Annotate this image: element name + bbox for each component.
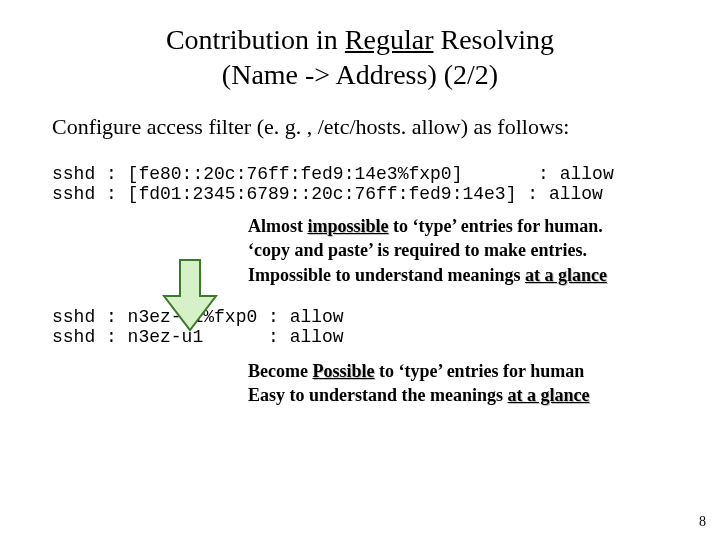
code-block-ipv6: sshd : [fe80::20c:76ff:fed9:14e3%fxp0] :… <box>52 164 720 204</box>
page-number: 8 <box>699 514 706 530</box>
title-line1-post: Resolving <box>433 24 554 55</box>
note2-l2a: Easy to understand the meanings <box>248 385 508 405</box>
note1-l3b: at a glance <box>525 265 607 285</box>
note1-l2: ‘copy and paste’ is required to make ent… <box>248 240 587 260</box>
code1-line2: sshd : [fd01:2345:6789::20c:76ff:fed9:14… <box>52 184 603 204</box>
note2-l1a: Become <box>248 361 312 381</box>
down-arrow-icon <box>160 256 220 334</box>
title-line1-underlined: Regular <box>345 24 434 55</box>
title-line2: (Name -> Address) (2/2) <box>222 59 498 90</box>
note1-l1c: to ‘type’ entries for human. <box>389 216 603 236</box>
note2-l1b: Possible <box>312 361 374 381</box>
code-block-short: sshd : n3ez-l1%fxp0 : allow sshd : n3ez-… <box>52 307 720 347</box>
note1-l1b: impossible <box>308 216 389 236</box>
title-line1-pre: Contribution in <box>166 24 345 55</box>
note1-l3a: Impossible to understand meanings <box>248 265 525 285</box>
note-possible: Become Possible to ‘type’ entries for hu… <box>248 359 680 408</box>
note-impossible: Almost impossible to ‘type’ entries for … <box>248 214 680 287</box>
intro-text: Configure access filter (e. g. , /etc/ho… <box>52 114 720 140</box>
slide-title: Contribution in Regular Resolving (Name … <box>0 0 720 92</box>
svg-marker-0 <box>164 260 216 330</box>
note1-l1a: Almost <box>248 216 308 236</box>
code1-line1: sshd : [fe80::20c:76ff:fed9:14e3%fxp0] :… <box>52 164 614 184</box>
note2-l2b: at a glance <box>508 385 590 405</box>
note2-l1c: to ‘type’ entries for human <box>374 361 584 381</box>
slide: Contribution in Regular Resolving (Name … <box>0 0 720 540</box>
